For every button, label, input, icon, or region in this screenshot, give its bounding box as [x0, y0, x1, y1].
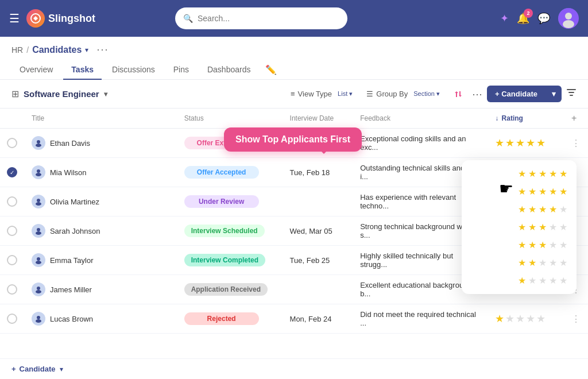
feedback-text: Exceptional coding skills and an exc... — [353, 129, 488, 158]
svg-point-3 — [563, 20, 574, 28]
svg-point-12 — [37, 257, 40, 261]
row-checkbox[interactable] — [7, 196, 17, 207]
breadcrumb-parent[interactable]: HR — [11, 45, 23, 55]
notification-badge: 2 — [524, 9, 533, 18]
star-icon[interactable]: ★ — [526, 312, 535, 325]
row-checkbox[interactable] — [7, 138, 17, 148]
footer-add-icon: + — [11, 365, 16, 373]
svg-point-15 — [36, 290, 41, 293]
sort-dropdown-row[interactable]: ★★★★★ — [462, 272, 577, 289]
candidate-name: Mia Wilson — [50, 168, 87, 177]
tab-discussions[interactable]: Discussions — [104, 60, 163, 80]
user-avatar[interactable] — [558, 8, 579, 29]
row-checkbox[interactable] — [7, 226, 17, 236]
sort-star-icon: ★ — [528, 257, 536, 268]
add-candidate-chevron[interactable]: ▾ — [546, 86, 562, 102]
tab-overview[interactable]: Overview — [11, 60, 61, 80]
sort-star-icon: ★ — [559, 168, 567, 179]
star-icon[interactable]: ★ — [516, 137, 525, 149]
sort-star-icon: ★ — [559, 186, 567, 197]
star-icon[interactable]: ★ — [495, 312, 504, 325]
sort-star-icon: ★ — [518, 239, 526, 250]
add-candidate-label[interactable]: + Candidate — [487, 86, 546, 102]
sort-dropdown: ★★★★★★★★★★★★★★★★★★★★★★★★★★★★★★★★★★★ — [462, 160, 577, 294]
col-header-rating[interactable]: ↓ Rating — [488, 109, 564, 129]
title-chevron[interactable]: ▾ — [104, 90, 107, 98]
sort-star-icon: ★ — [549, 275, 557, 286]
sort-dropdown-row[interactable]: ★★★★★ — [462, 165, 577, 183]
star-icon[interactable]: ★ — [536, 137, 546, 149]
sort-star-icon: ★ — [518, 222, 526, 233]
col-header-status[interactable]: Status — [177, 109, 283, 129]
sort-star-icon: ★ — [539, 222, 547, 233]
candidate-name: Sarah Johnson — [50, 227, 100, 235]
sort-button[interactable] — [449, 87, 467, 102]
breadcrumb-separator: / — [26, 45, 29, 55]
view-type-button[interactable]: ≡ View Type List ▾ — [286, 87, 357, 101]
rating-stars[interactable]: ★★★★★ — [495, 137, 558, 149]
notifications-button[interactable]: 🔔 2 — [517, 12, 529, 25]
row-checkbox[interactable] — [7, 255, 17, 265]
tab-edit-icon[interactable]: ✏️ — [265, 64, 277, 75]
star-icon[interactable]: ★ — [495, 137, 504, 149]
sort-star-icon: ★ — [559, 239, 567, 250]
rating-stars[interactable]: ★★★★★ — [495, 312, 558, 325]
star-icon[interactable]: ★ — [505, 312, 514, 325]
sort-dropdown-row[interactable]: ★★★★★ — [462, 183, 577, 200]
footer-add-label: Candidate — [20, 365, 56, 373]
svg-point-10 — [37, 228, 40, 231]
footer-chevron[interactable]: ▾ — [60, 365, 63, 373]
toolbar-more-icon[interactable]: ⋯ — [472, 88, 482, 100]
star-icon[interactable]: ★ — [536, 312, 546, 325]
app-logo: Slingshot — [26, 9, 95, 28]
star-icon[interactable]: ★ — [505, 137, 514, 149]
toolbar-title: Software Engineer ▾ — [24, 89, 107, 99]
svg-point-17 — [36, 319, 41, 323]
star-icon[interactable]: ★ — [516, 312, 525, 325]
sparkle-icon[interactable]: ✦ — [500, 12, 509, 25]
sort-dropdown-row[interactable]: ★★★★★ — [462, 218, 577, 236]
hamburger-menu[interactable]: ☰ — [9, 11, 20, 25]
view-title-text: Software Engineer — [24, 89, 99, 99]
breadcrumb-chevron[interactable]: ▾ — [85, 46, 88, 54]
sort-dropdown-row[interactable]: ★★★★★ — [462, 200, 577, 218]
add-candidate-button[interactable]: + Candidate ▾ — [487, 86, 562, 102]
tab-tasks[interactable]: Tasks — [63, 60, 102, 80]
view-type-value: List ▾ — [338, 90, 353, 98]
breadcrumb-more[interactable]: ··· — [96, 44, 109, 56]
row-checkbox[interactable] — [7, 284, 17, 295]
tab-pins[interactable]: Pins — [165, 60, 197, 80]
group-by-icon: ☰ — [366, 90, 373, 98]
row-more-button[interactable]: ⋮ — [571, 314, 581, 324]
interview-date: Tue, Feb 18 — [283, 158, 354, 187]
candidate-avatar — [32, 136, 45, 150]
row-checkbox[interactable]: ✓ — [7, 167, 17, 177]
sort-dropdown-row[interactable]: ★★★★★ — [462, 236, 577, 254]
search-bar[interactable]: 🔍 — [175, 7, 347, 29]
chat-button[interactable]: 💬 — [537, 12, 550, 25]
filter-icon[interactable] — [566, 87, 577, 100]
sort-star-icon: ★ — [528, 222, 536, 233]
star-icon[interactable]: ★ — [526, 137, 535, 149]
interview-date: Wed, Mar 05 — [283, 216, 354, 246]
row-checkbox[interactable] — [7, 314, 17, 324]
sort-dropdown-row[interactable]: ★★★★★ — [462, 254, 577, 272]
tab-dashboards[interactable]: Dashboards — [199, 60, 259, 80]
row-more-button[interactable]: ⋮ — [571, 138, 581, 148]
sort-star-icon: ★ — [518, 257, 526, 268]
main-content: HR / Candidates ▾ ··· Overview Tasks Dis… — [0, 37, 588, 379]
footer-add-candidate[interactable]: + Candidate — [11, 365, 55, 373]
sort-star-icon: ★ — [549, 257, 557, 268]
sort-star-icon: ★ — [559, 222, 567, 233]
view-type-label: View Type — [298, 90, 332, 98]
col-header-date[interactable]: Interview Date — [283, 109, 354, 129]
toolbar-view-icon: ⊞ — [11, 88, 19, 99]
sort-star-icon: ★ — [528, 186, 536, 197]
group-by-button[interactable]: ☰ Group By Section ▾ — [362, 87, 444, 101]
search-input[interactable] — [198, 14, 339, 23]
candidate-name: Olivia Martinez — [50, 198, 99, 206]
col-header-title[interactable]: Title — [25, 109, 177, 129]
app-name: Slingshot — [48, 13, 95, 25]
col-header-feedback[interactable]: Feedback — [353, 109, 488, 129]
candidate-avatar — [32, 195, 45, 208]
